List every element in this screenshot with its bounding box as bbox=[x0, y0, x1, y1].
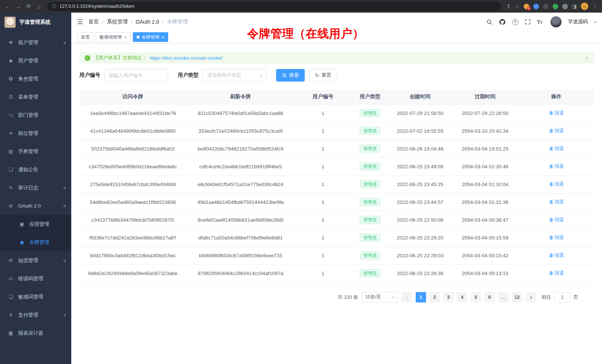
sidebar-item-sms[interactable]: ✉短信管理∨ bbox=[0, 251, 71, 269]
extension-icon-1[interactable]: 0 bbox=[524, 4, 529, 9]
tab-close-icon[interactable]: × bbox=[124, 35, 127, 40]
tab-1[interactable]: 敏感词管理× bbox=[96, 32, 131, 42]
browser-menu-icon[interactable]: ⋮ bbox=[592, 3, 598, 9]
home-icon[interactable]: ⌂ bbox=[34, 1, 44, 11]
page-button-4[interactable]: 4 bbox=[457, 292, 467, 302]
sidebar-item-sensitive-word[interactable]: ❏敏感词管理 bbox=[0, 288, 71, 306]
app-logo[interactable]: 芋道管理系统 bbox=[0, 13, 71, 32]
help-icon[interactable]: ? bbox=[512, 19, 518, 25]
sidebar-item-app[interactable]: ▣应用管理 bbox=[0, 215, 71, 233]
share-icon[interactable]: ↥ bbox=[506, 3, 511, 9]
page-button-3[interactable]: 3 bbox=[443, 292, 454, 302]
user-id-cell: 1 bbox=[295, 211, 351, 229]
delete-icon bbox=[549, 235, 553, 240]
force-logout-button[interactable]: 强退 bbox=[549, 163, 564, 170]
breadcrumb-item[interactable]: 系统管理 bbox=[107, 19, 128, 25]
sidebar-item-tenant[interactable]: ❖租户管理∨ bbox=[0, 33, 71, 52]
tab-close-icon[interactable]: × bbox=[162, 35, 165, 40]
page-size-select[interactable]: 10条/页 ∨ bbox=[362, 292, 398, 302]
refresh-icon: ↻ bbox=[315, 73, 319, 78]
reset-button[interactable]: ↻ 重置 bbox=[309, 69, 337, 82]
sidebar-item-report[interactable]: ▦报表设计器 bbox=[0, 324, 71, 342]
doc-link[interactable]: https://doc.iocoder.cn/user-center/ bbox=[150, 55, 223, 61]
reload-icon[interactable]: ⟳ bbox=[24, 1, 33, 11]
extension-icon-3[interactable] bbox=[543, 4, 549, 9]
action-cell: 强退 bbox=[519, 158, 594, 175]
force-logout-button[interactable]: 强退 bbox=[549, 110, 564, 116]
page-button-12[interactable]: 12 bbox=[512, 292, 522, 302]
force-logout-label: 强退 bbox=[554, 252, 564, 259]
back-icon[interactable]: ← bbox=[3, 1, 13, 11]
chevron-down-icon[interactable]: ▾ bbox=[594, 20, 596, 24]
sidebar-item-dict[interactable]: ▤字典管理 bbox=[0, 142, 71, 161]
breadcrumb-item[interactable]: 首页 bbox=[88, 19, 99, 25]
force-logout-button[interactable]: 强退 bbox=[549, 216, 564, 223]
action-cell: 强退 bbox=[519, 229, 594, 246]
font-size-icon[interactable]: TT bbox=[537, 19, 543, 25]
page-button-6[interactable]: 6 bbox=[484, 292, 495, 302]
extensions-puzzle-icon[interactable] bbox=[562, 4, 568, 9]
extension-icon-4[interactable] bbox=[553, 4, 558, 9]
page-button-1[interactable]: 1 bbox=[416, 292, 426, 302]
sidebar-item-menu[interactable]: ☰菜单管理 bbox=[0, 88, 71, 106]
sidebar-item-post[interactable]: ✦岗位管理 bbox=[0, 124, 71, 142]
bookmark-star-icon[interactable]: ☆ bbox=[515, 3, 520, 9]
sidebar-item-audit-log[interactable]: ✎审计日志∨ bbox=[0, 179, 71, 197]
next-page-button[interactable]: › bbox=[526, 292, 536, 302]
page-ellipsis[interactable]: ... bbox=[498, 292, 508, 302]
user-id-filter: 用户编号 bbox=[79, 69, 168, 82]
user-type-select[interactable]: 请选择用户类型 ∨ bbox=[203, 69, 266, 82]
address-bar[interactable]: ⓘ 127.0.0.1:1024/system/oauth2/token bbox=[48, 2, 501, 11]
column-header: 过期时间 bbox=[451, 90, 519, 104]
collapse-sidebar-icon[interactable]: ☰ bbox=[77, 18, 83, 26]
tab-0[interactable]: 首页 bbox=[77, 32, 94, 42]
username[interactable]: 芋道源码 bbox=[568, 19, 588, 25]
user-id-input[interactable] bbox=[104, 69, 168, 82]
force-logout-button[interactable]: 强退 bbox=[549, 181, 564, 188]
table-row: 54d6be82ee5a460a9aedc1f9bf22365649d1aa46… bbox=[79, 193, 594, 211]
extension-icon-2[interactable] bbox=[533, 4, 539, 9]
sidebar-item-dept[interactable]: ⌥部门管理 bbox=[0, 106, 71, 124]
force-logout-button[interactable]: 强退 bbox=[549, 128, 564, 134]
sidebar-item-role[interactable]: ✪角色管理 bbox=[0, 70, 71, 88]
tab-label: 令牌管理 bbox=[142, 34, 160, 40]
reset-button-label: 重置 bbox=[321, 72, 331, 79]
page-button-2[interactable]: 2 bbox=[429, 292, 440, 302]
breadcrumb: 首页/系统管理/OAuth 2.0/令牌管理 bbox=[88, 19, 188, 25]
sidebar-item-user[interactable]: ☻用户管理 bbox=[0, 52, 71, 70]
force-logout-button[interactable]: 强退 bbox=[549, 234, 564, 241]
split-view-icon[interactable]: ◨ bbox=[572, 3, 577, 9]
force-logout-button[interactable]: 强退 bbox=[549, 145, 564, 152]
alert-close-icon[interactable]: × bbox=[585, 55, 589, 61]
sidebar-item-oauth[interactable]: ⊚OAuth 2.0∧ bbox=[0, 197, 71, 215]
force-logout-label: 强退 bbox=[554, 163, 564, 170]
expire-time-cell: 2054-03-04 01:35:48 bbox=[451, 158, 519, 175]
site-info-icon[interactable]: ⓘ bbox=[52, 3, 56, 10]
sidebar-item-label: 部门管理 bbox=[18, 112, 66, 119]
table-row: c342377bf8b344799dcbf7bf095287f29ce8ef2a… bbox=[79, 211, 594, 229]
sidebar-item-token[interactable]: ◉令牌管理 bbox=[0, 233, 71, 251]
sidebar-item-notice[interactable]: ❑通知公告 bbox=[0, 161, 71, 179]
force-logout-button[interactable]: 强退 bbox=[549, 252, 564, 259]
tab-2[interactable]: 令牌管理× bbox=[133, 32, 169, 42]
breadcrumb-item[interactable]: OAuth 2.0 bbox=[136, 19, 159, 25]
forward-icon[interactable]: → bbox=[13, 1, 23, 11]
fullscreen-icon[interactable] bbox=[525, 19, 531, 25]
page-button-5[interactable]: 5 bbox=[471, 292, 481, 302]
page-size-value: 10条/页 bbox=[365, 294, 381, 300]
force-logout-button[interactable]: 强退 bbox=[549, 199, 564, 205]
access-token-cell: 502375b8040a469a9b82188afdf6af1f bbox=[79, 140, 186, 158]
force-logout-label: 强退 bbox=[554, 110, 564, 116]
search-button[interactable]: 搜索 bbox=[276, 69, 305, 82]
menu-icon: ☰ bbox=[7, 94, 14, 100]
browser-profile-avatar[interactable]: ☺ bbox=[581, 3, 588, 10]
sidebar-item-error-code[interactable]: ‹/›错误码管理 bbox=[0, 269, 71, 288]
action-cell: 强退 bbox=[519, 140, 594, 158]
force-logout-button[interactable]: 强退 bbox=[549, 270, 564, 277]
goto-page-input[interactable] bbox=[554, 292, 570, 302]
search-icon[interactable] bbox=[486, 19, 493, 25]
user-avatar[interactable] bbox=[550, 16, 562, 27]
sidebar-item-pay[interactable]: ¥支付管理∨ bbox=[0, 306, 71, 324]
github-icon[interactable] bbox=[499, 19, 506, 26]
prev-page-button[interactable]: ‹ bbox=[402, 292, 412, 302]
